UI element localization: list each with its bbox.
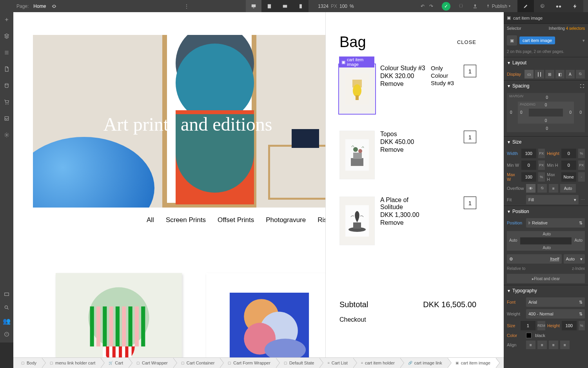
nav-all[interactable]: All [147,216,154,224]
align-center-icon[interactable]: ≡ [537,341,547,349]
align-justify-icon[interactable]: ≡ [560,341,570,349]
cart-item-qty[interactable]: 1 [464,131,476,143]
element-selection-tag[interactable]: ▣ cart item image [339,56,374,67]
inheriting-count[interactable]: 4 selectors [566,26,585,31]
checkout-button[interactable]: Checkout [339,316,476,323]
style-tab-icon[interactable] [517,0,534,12]
maxh-input[interactable] [561,172,576,182]
cart-item-image[interactable] [339,131,375,179]
display-inline-icon[interactable]: A [566,70,575,78]
height-input[interactable] [561,149,576,158]
redo-icon[interactable]: ↷ [428,3,435,10]
width-input[interactable] [521,149,536,158]
bc-item[interactable]: ▢Default State [276,358,320,368]
help-icon[interactable]: ? [3,331,10,338]
align-right-icon[interactable]: ≡ [549,341,558,349]
cart-item-image[interactable]: ▣ cart item image [339,65,375,113]
fontsize-input[interactable] [521,321,535,330]
display-inlineblock-icon[interactable]: ◧ [555,70,564,78]
bc-item[interactable]: ▢Cart Wrapper [129,358,173,368]
weight-select[interactable]: 400 - Normal⇅ [526,309,585,319]
interactions-tab-icon[interactable]: ●● [550,0,567,12]
device-desktop-icon[interactable] [246,0,261,12]
selector-tag[interactable]: cart item image [519,36,555,44]
maxw-input[interactable] [521,172,536,182]
section-layout[interactable]: ▾ Layout [504,57,588,68]
section-spacing[interactable]: ▾ Spacing⛶ [504,80,588,91]
zindex-label[interactable]: z-Index [572,266,585,271]
publish-button[interactable]: Publish▾ [486,4,510,9]
color-swatch[interactable] [526,333,532,338]
cart-item-image[interactable] [339,197,375,245]
more-icon[interactable]: ⋮ [183,3,190,10]
effects-tab-icon[interactable] [567,0,583,12]
spacing-expand-icon[interactable]: ⛶ [580,84,584,88]
device-tablet-landscape-icon[interactable] [277,0,293,12]
export-icon[interactable] [472,3,479,10]
align-left-icon[interactable]: ≡ [526,341,535,349]
symbols-icon[interactable] [3,33,10,40]
more-icon[interactable]: ⋯ [581,197,585,202]
navigator-icon[interactable] [3,49,10,56]
bc-item[interactable]: ▢Cart Container [173,358,220,368]
bc-item[interactable]: ▣cart item image [448,358,496,368]
overflow-hidden-icon[interactable]: ⦰ [537,184,547,193]
position-select[interactable]: ⊦ Relative⇅ [526,218,585,228]
font-select[interactable]: Arial⇅ [526,297,585,307]
product-thumb[interactable] [206,273,332,357]
video-icon[interactable] [3,291,10,298]
nav-screen[interactable]: Screen Prints [166,216,206,224]
position-box[interactable]: Auto Auto Auto Auto [507,231,585,251]
cart-item-qty[interactable]: 1 [464,197,476,209]
cms-icon[interactable] [3,82,10,89]
display-block-icon[interactable]: ▭ [524,70,534,78]
minw-input[interactable] [521,160,536,170]
cart-item-remove[interactable]: Remove [380,80,425,87]
status-check-icon[interactable]: ✓ [442,2,450,11]
device-mobile-icon[interactable] [293,0,309,12]
display-none-icon[interactable]: ⦰ [576,70,585,78]
add-icon[interactable] [3,16,10,23]
fit-select[interactable]: Fill▾ [526,195,579,204]
ecommerce-icon[interactable] [3,98,10,106]
audit-icon[interactable]: 👥 [3,317,10,324]
undo-icon[interactable]: ↶ [419,3,426,10]
cart-item-qty[interactable]: 1 [464,65,476,77]
bc-item[interactable]: ▢Cart Form Wrapper [220,358,276,368]
minh-input[interactable] [561,160,576,170]
section-typography[interactable]: ▾ Typography [504,285,588,296]
nav-offset[interactable]: Offset Prints [218,216,254,224]
bc-item[interactable]: ≡cart item holder [353,358,400,368]
cart-close-button[interactable]: CLOSE [457,39,476,45]
lineheight-input[interactable] [562,321,577,330]
display-flex-icon[interactable]: ┃┃ [535,70,544,78]
bc-item[interactable]: ▢Body [13,358,42,368]
product-thumb[interactable] [56,273,182,357]
nav-photo[interactable]: Photogravure [266,216,306,224]
code-icon[interactable]: 〈〉 [457,3,465,10]
float-clear[interactable]: ▸ Float and clear [507,274,585,283]
device-tablet-icon[interactable] [261,0,277,12]
position-itself[interactable]: ⚙ Itself [507,254,562,264]
bc-item[interactable]: ▢menu link holder cart [42,358,101,368]
bc-item[interactable]: 🛒Cart [101,358,129,368]
selector-type-icon[interactable]: ▣ [507,35,517,46]
pages-icon[interactable] [3,66,10,73]
cart-item-remove[interactable]: Remove [380,219,425,226]
position-itself-auto[interactable]: Auto▾ [564,254,585,264]
page-name[interactable]: Home [33,4,46,9]
chevron-down-icon[interactable]: ▾ [583,38,585,43]
preview-icon[interactable] [51,3,58,10]
overflow-scroll-icon[interactable]: ≡ [549,184,558,193]
display-grid-icon[interactable]: ⊞ [545,70,554,78]
overflow-visible-icon[interactable]: 👁 [526,184,535,193]
bc-item[interactable]: ≡Cart List [319,358,353,368]
spacing-box[interactable]: MARGIN 0 0 0 0 PADDING 0 0 0 0 [507,93,585,132]
section-size[interactable]: ▾ Size [504,137,588,148]
settings-icon[interactable] [3,131,10,138]
bc-item[interactable]: 🔗cart image link [400,358,448,368]
assets-icon[interactable] [3,115,10,122]
cart-item-remove[interactable]: Remove [380,146,425,153]
settings-tab-icon[interactable] [534,0,550,12]
overflow-auto[interactable]: Auto [560,184,576,193]
